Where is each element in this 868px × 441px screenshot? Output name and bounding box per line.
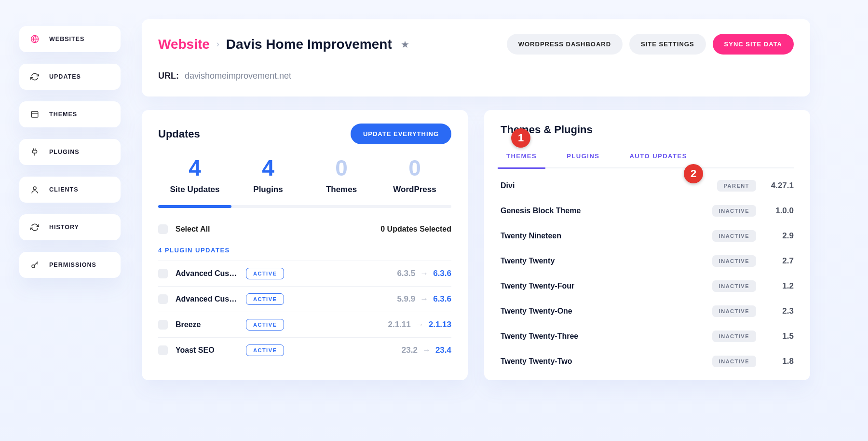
arrow-right-icon: → <box>422 345 431 355</box>
themes-plugins-title: Themes & Plugins <box>501 124 794 136</box>
theme-name: Twenty Twenty-One <box>501 307 705 316</box>
plugin-name[interactable]: Breeze <box>176 320 238 329</box>
version-from: 2.1.11 <box>388 320 410 330</box>
refresh-icon <box>29 72 41 81</box>
active-badge: ACTIVE <box>246 268 284 279</box>
breadcrumb-root[interactable]: Website <box>158 37 210 52</box>
version-from: 23.2 <box>402 345 418 355</box>
sync-site-data-button[interactable]: SYNC SITE DATA <box>713 34 794 55</box>
updates-selected-count: 0 Updates Selected <box>380 225 451 234</box>
sidebar-item-plugins[interactable]: PLUGINS <box>19 139 121 165</box>
stats-row: 4 Site Updates 4 Plugins 0 Themes 0 Word… <box>158 155 451 194</box>
theme-status-badge: INACTIVE <box>712 255 756 267</box>
tab-themes[interactable]: THEMES <box>501 152 542 167</box>
active-badge: ACTIVE <box>246 293 284 305</box>
annotation-callout-2: 2 <box>684 164 703 183</box>
theme-row[interactable]: Twenty Twenty-Three INACTIVE 1.5 <box>501 324 794 349</box>
theme-status-badge: INACTIVE <box>712 205 756 217</box>
refresh-icon <box>29 223 41 232</box>
stat-themes[interactable]: 0 Themes <box>305 155 378 194</box>
themes-plugins-tabs: THEMES PLUGINS AUTO UPDATES <box>501 152 794 168</box>
version-cell: 2.1.11 → 2.1.13 <box>388 320 451 330</box>
annotation-callout-1: 1 <box>511 128 530 148</box>
tab-plugins[interactable]: PLUGINS <box>561 152 605 167</box>
sidebar-item-label: WEBSITES <box>49 36 84 42</box>
theme-status-badge: INACTIVE <box>712 230 756 242</box>
arrow-right-icon: → <box>420 294 428 304</box>
site-settings-button[interactable]: SITE SETTINGS <box>629 34 706 55</box>
sidebar-item-label: PLUGINS <box>49 149 80 155</box>
stat-plugins[interactable]: 4 Plugins <box>231 155 305 194</box>
stat-num-site-updates: 4 <box>158 155 231 181</box>
plugin-name[interactable]: Advanced Custo… <box>176 295 238 303</box>
url-value[interactable]: davishomeimprovement.net <box>185 71 291 81</box>
sidebar-item-themes[interactable]: THEMES <box>19 101 121 127</box>
stat-num-plugins: 4 <box>231 155 305 181</box>
active-badge: ACTIVE <box>246 319 284 331</box>
svg-rect-1 <box>31 111 38 117</box>
theme-row[interactable]: Twenty Twenty-Four INACTIVE 1.2 <box>501 274 794 299</box>
tab-auto-updates[interactable]: AUTO UPDATES <box>624 152 692 167</box>
theme-row[interactable]: Twenty Twenty INACTIVE 2.7 <box>501 248 794 274</box>
url-label: URL: <box>158 71 179 81</box>
header-actions: WORDPRESS DASHBOARD SITE SETTINGS SYNC S… <box>507 34 794 55</box>
theme-row[interactable]: Twenty Twenty-Two INACTIVE 1.8 <box>501 349 794 374</box>
page-title: Davis Home Improvement <box>226 37 392 52</box>
svg-point-4 <box>32 265 35 268</box>
plugin-update-row: Yoast SEO ACTIVE 23.2 → 23.4 <box>158 337 451 363</box>
theme-status-badge: INACTIVE <box>712 356 756 367</box>
version-cell: 23.2 → 23.4 <box>402 345 451 355</box>
updates-panel: Updates UPDATE EVERYTHING 4 Site Updates… <box>142 110 468 380</box>
plugin-updates-list: Advanced Custo… ACTIVE 6.3.5 → 6.3.6 Adv… <box>158 261 451 363</box>
version-cell: 6.3.5 → 6.3.6 <box>397 269 451 278</box>
theme-status-badge: INACTIVE <box>712 331 756 342</box>
stat-site-updates[interactable]: 4 Site Updates <box>158 155 231 194</box>
themes-plugins-panel: Themes & Plugins THEMES PLUGINS AUTO UPD… <box>484 110 810 380</box>
version-to: 6.3.6 <box>433 294 451 304</box>
update-row-checkbox[interactable] <box>158 345 168 355</box>
sidebar-item-label: HISTORY <box>49 224 79 231</box>
wordpress-dashboard-button[interactable]: WORDPRESS DASHBOARD <box>507 34 623 55</box>
stat-wordpress[interactable]: 0 WordPress <box>378 155 451 194</box>
person-icon <box>29 185 41 194</box>
arrow-right-icon: → <box>420 269 428 278</box>
theme-row[interactable]: Twenty Twenty-One INACTIVE 2.3 <box>501 299 794 324</box>
theme-row[interactable]: Twenty Nineteen INACTIVE 2.9 <box>501 223 794 248</box>
theme-row[interactable]: Divi PARENT 4.27.1 <box>501 173 794 198</box>
theme-version: 2.7 <box>764 256 794 266</box>
update-row-checkbox[interactable] <box>158 294 168 304</box>
page-header: Website › Davis Home Improvement ★ WORDP… <box>142 19 810 96</box>
sidebar-item-permissions[interactable]: PERMISSIONS <box>19 252 121 278</box>
breadcrumb: Website › Davis Home Improvement ★ <box>158 37 409 52</box>
updates-title: Updates <box>158 128 200 140</box>
update-row-checkbox[interactable] <box>158 320 168 330</box>
star-icon[interactable]: ★ <box>401 39 409 50</box>
sidebar-item-updates[interactable]: UPDATES <box>19 64 121 90</box>
version-to: 23.4 <box>435 345 451 355</box>
theme-name: Twenty Twenty-Two <box>501 357 705 366</box>
version-from: 6.3.5 <box>397 269 415 278</box>
plugin-update-row: Breeze ACTIVE 2.1.11 → 2.1.13 <box>158 312 451 337</box>
stat-label-site-updates: Site Updates <box>158 185 231 194</box>
update-row-checkbox[interactable] <box>158 269 168 278</box>
chevron-right-icon: › <box>217 39 219 49</box>
plugin-updates-section-label: 4 PLUGIN UPDATES <box>158 247 451 254</box>
sidebar-item-history[interactable]: HISTORY <box>19 214 121 240</box>
theme-row[interactable]: Genesis Block Theme INACTIVE 1.0.0 <box>501 198 794 223</box>
plugin-name[interactable]: Yoast SEO <box>176 346 238 355</box>
sidebar-item-clients[interactable]: CLIENTS <box>19 177 121 203</box>
stat-underline-bar <box>158 205 451 208</box>
plugin-name[interactable]: Advanced Custo… <box>176 269 238 278</box>
active-badge: ACTIVE <box>246 345 284 356</box>
theme-status-badge: INACTIVE <box>712 280 756 292</box>
theme-version: 4.27.1 <box>764 181 794 191</box>
sidebar-item-websites[interactable]: WEBSITES <box>19 26 121 52</box>
theme-name: Genesis Block Theme <box>501 207 705 215</box>
key-icon <box>29 261 41 269</box>
select-all-checkbox[interactable] <box>158 224 168 234</box>
theme-version: 1.2 <box>764 281 794 291</box>
svg-rect-2 <box>33 150 37 153</box>
update-everything-button[interactable]: UPDATE EVERYTHING <box>351 124 451 144</box>
arrow-right-icon: → <box>416 320 424 330</box>
select-all-label[interactable]: Select All <box>176 225 210 234</box>
